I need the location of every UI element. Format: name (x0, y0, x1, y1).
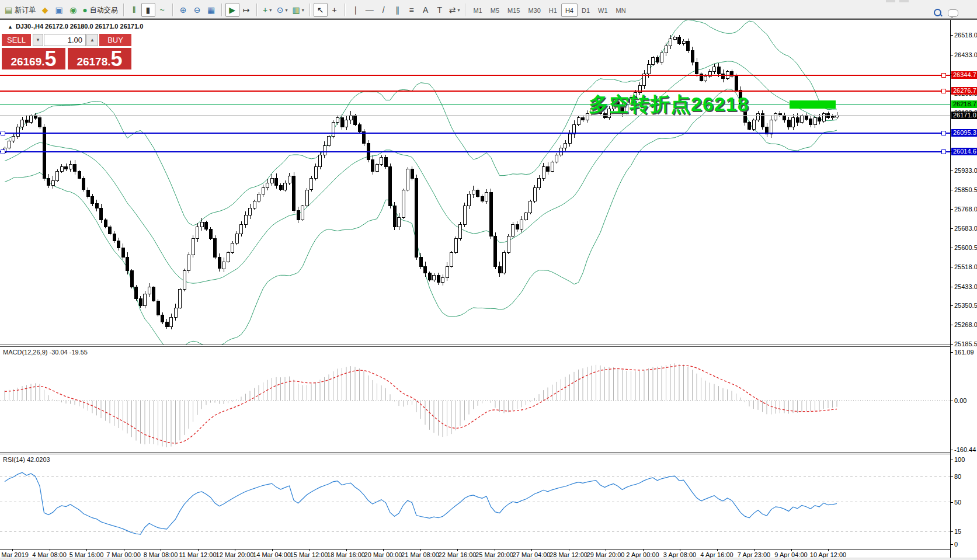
timeframe-button-w1[interactable]: W1 (594, 4, 612, 17)
label-button[interactable]: T (433, 3, 447, 17)
price-axis[interactable]: 26518.026433.026348.026265.526183.026098… (950, 20, 977, 560)
zoom-in-icon: ⊕ (180, 6, 187, 14)
volume-increase-button[interactable]: ▲ (86, 34, 98, 46)
dropdown-caret-icon[interactable]: ▾ (269, 8, 272, 13)
zoom-out-icon: ⊖ (194, 6, 201, 14)
timeframe-button-m15[interactable]: M15 (503, 4, 524, 17)
macd-pane[interactable] (0, 347, 950, 452)
buy-price-fraction: 5 (111, 47, 123, 71)
cursor-icon: ↖ (317, 6, 324, 14)
rsi-tick-label: 100 (954, 456, 965, 463)
trendline-button[interactable]: / (377, 3, 391, 17)
toolbar-separator (310, 4, 311, 16)
buy-price-button[interactable]: 26178.5 (68, 48, 131, 69)
buy-button[interactable]: BUY (99, 34, 131, 46)
fibonacci-icon: ≡ (409, 6, 414, 14)
macd-tick (951, 401, 953, 401)
rsi-pane[interactable] (0, 454, 950, 549)
mql-community-button[interactable]: ◆ (38, 3, 52, 17)
rsi-tick (951, 502, 953, 503)
macd-indicator-label: MACD(12,26,9) -30.04 -19.55 (3, 349, 88, 356)
sell-button[interactable]: SELL (2, 34, 31, 46)
candlestick-icon: ▮ (146, 6, 151, 14)
price-tick (951, 325, 953, 325)
rsi-tick-label: 50 (954, 499, 961, 506)
vertical-line-icon: | (354, 6, 357, 14)
dropdown-caret-icon[interactable]: ▾ (285, 8, 287, 13)
macd-tick (951, 352, 953, 353)
timeframe-button-h4[interactable]: H4 (561, 4, 578, 17)
new-chart-button[interactable]: +▾ (260, 3, 274, 17)
auto-scroll-button[interactable]: ▶ (225, 3, 239, 17)
text-icon: A (423, 6, 428, 14)
auto-trading-button[interactable]: ●自动交易 (80, 3, 120, 17)
channel-button[interactable]: ∥ (391, 3, 405, 17)
chart-shift-button[interactable]: ↦ (239, 3, 253, 17)
toolbar-separator (256, 4, 258, 16)
fibonacci-button[interactable]: ≡ (405, 3, 419, 17)
price-level-badge: 26014.6 (951, 148, 977, 155)
trendline-icon: / (383, 6, 385, 14)
bar-chart-mode-button[interactable]: ‖ (127, 3, 141, 17)
zoom-in-button[interactable]: ⊕ (176, 3, 190, 17)
dropdown-caret-icon[interactable]: ▾ (302, 8, 304, 13)
collapse-icon[interactable]: ▲ (8, 24, 13, 30)
channel-icon: ∥ (395, 6, 399, 14)
horizontal-line-button[interactable]: — (363, 3, 377, 17)
toolbar-buttons: ▤新订单◆▣◉●自动交易‖▮~⊕⊖▦▶↦+▾⊙▾▥▾↖+|—/∥≡AT⇄▾ (2, 3, 469, 17)
timeframe-button-mn[interactable]: MN (612, 4, 630, 17)
timeframe-button-m30[interactable]: M30 (524, 4, 544, 17)
crosshair-icon: + (332, 6, 337, 14)
tile-windows-button[interactable]: ▦ (204, 3, 218, 17)
horizontal-line-icon: — (366, 6, 374, 14)
macd-tick-label: 161.09 (954, 349, 974, 356)
main-price-chart[interactable] (0, 20, 950, 345)
price-tick (951, 267, 953, 267)
rsi-indicator-label: RSI(14) 42.0203 (3, 456, 50, 463)
arrows-button[interactable]: ⇄▾ (447, 3, 463, 17)
vertical-line-button[interactable]: | (349, 3, 363, 17)
crosshair-button[interactable]: + (328, 3, 342, 17)
signals-button[interactable]: ◉ (66, 3, 80, 17)
chat-icon[interactable] (948, 9, 958, 17)
volume-input[interactable]: 1.00 (44, 34, 86, 46)
price-tick (951, 305, 953, 306)
timeframe-button-m5[interactable]: M5 (486, 4, 503, 17)
zoom-out-button[interactable]: ⊖ (190, 3, 204, 17)
price-tick-label: 25433.0 (954, 283, 977, 290)
market-button[interactable]: ▣ (52, 3, 66, 17)
toolbar-separator (465, 4, 466, 16)
templates-button[interactable]: ▥▾ (290, 3, 306, 17)
volume-decrease-button[interactable]: ▼ (33, 34, 43, 46)
chart-shift-icon: ↦ (243, 6, 250, 14)
timeframe-button-h1[interactable]: H1 (545, 4, 561, 17)
line-chart-mode-button[interactable]: ~ (155, 3, 169, 17)
price-tick (951, 35, 953, 36)
new-order-button[interactable]: ▤新订单 (2, 3, 38, 17)
annotation-text[interactable]: 多空转折点26218 (589, 91, 749, 118)
price-tick-label: 25268.0 (954, 321, 977, 328)
sell-price-button[interactable]: 26169.5 (2, 48, 65, 69)
period-clock-button[interactable]: ⊙▾ (274, 3, 290, 17)
timeframe-button-d1[interactable]: D1 (578, 4, 594, 17)
rsi-tick (951, 460, 953, 460)
market-icon: ▣ (55, 6, 63, 14)
toolbar-separator (345, 4, 346, 16)
new-chart-icon: + (263, 6, 267, 14)
sell-price: 26169 (11, 55, 41, 68)
cursor-button[interactable]: ↖ (314, 3, 328, 17)
chart-title: ▲DJ30-,H4 26172.0 26180.0 26171.0 26171.… (8, 23, 143, 30)
price-tick-label: 25683.0 (954, 225, 977, 232)
tile-windows-icon: ▦ (207, 6, 215, 14)
text-button[interactable]: A (419, 3, 433, 17)
timeframe-button-m1[interactable]: M1 (469, 4, 486, 17)
window-control-fragment (886, 0, 895, 2)
dropdown-caret-icon[interactable]: ▾ (457, 8, 460, 13)
price-tick (951, 55, 953, 55)
highlight-rectangle[interactable] (790, 100, 836, 109)
chart-window[interactable]: ▲DJ30-,H4 26172.0 26180.0 26171.0 26171.… (0, 19, 977, 560)
rsi-tick (951, 531, 953, 532)
sell-price-fraction: 5 (45, 47, 57, 71)
candlestick-mode-button[interactable]: ▮ (141, 3, 155, 17)
search-icon[interactable] (934, 9, 942, 17)
